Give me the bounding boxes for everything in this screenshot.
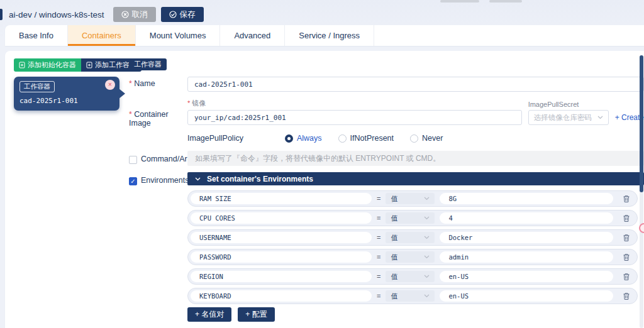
add-init-container-label: 添加初始化容器 (28, 60, 76, 70)
image-pull-secret-placeholder: 选择镜像仓库密码 (534, 113, 595, 123)
env-key-input[interactable] (191, 232, 372, 243)
top-bar: ai-dev / windows-k8s-test 取消 保存 (0, 6, 644, 23)
remove-container-icon[interactable]: × (105, 80, 115, 90)
env-value-input[interactable] (440, 232, 613, 243)
cancel-label: 取消 (132, 9, 148, 20)
env-type-value: 值 (391, 253, 424, 262)
card-pointer-arrow (119, 89, 125, 99)
chevron-down-icon (424, 275, 430, 278)
image-pull-policy-row: ImagePullPolicy AlwaysIfNotPresentNever (187, 134, 644, 143)
breadcrumb: ai-dev / windows-k8s-test (9, 10, 104, 19)
command-args-placeholder-bar[interactable]: 如果填写了『命令』字段，将替代镜像中的默认 ENTRYPOINT 或 CMD。 (187, 151, 644, 166)
chevron-down-icon (195, 177, 201, 181)
content-panel: 添加初始化容器 添加工作容器 工作容器 cad-2025r1-001 × 工作容… (5, 51, 644, 328)
environment-row: = 值 (187, 249, 638, 265)
delete-env-row-button[interactable] (618, 195, 635, 203)
radio-never[interactable]: Never (410, 134, 443, 143)
equals-sign: = (377, 292, 380, 300)
environment-row: = 值 (187, 288, 638, 304)
environment-rows: = 值 = 值 = (187, 190, 638, 304)
image-pull-secret-label: ImagePullSecret (528, 101, 609, 108)
env-key-input[interactable] (191, 290, 372, 302)
env-value-input[interactable] (440, 271, 613, 282)
delete-env-row-button[interactable] (618, 253, 635, 261)
equals-sign: = (377, 195, 380, 202)
add-config-button[interactable]: + 配置 (238, 307, 274, 322)
env-value-input[interactable] (440, 193, 613, 204)
radio-dot-icon (285, 134, 293, 143)
save-label: 保存 (180, 9, 196, 20)
env-type-select[interactable]: 值 (386, 271, 435, 282)
command-args-checkbox[interactable] (129, 156, 137, 164)
env-type-value: 值 (391, 214, 424, 223)
env-value-input[interactable] (440, 212, 613, 224)
tab-containers[interactable]: Containers (68, 25, 136, 46)
tab-mount-volumes[interactable]: Mount Volumes (136, 25, 221, 46)
vertical-scrollbar-thumb[interactable] (640, 55, 643, 192)
env-type-value: 值 (391, 292, 424, 301)
env-key-input[interactable] (191, 271, 372, 282)
env-type-value: 值 (391, 194, 424, 204)
radio-dot-icon (338, 134, 347, 143)
radio-ifnotpresent[interactable]: IfNotPresent (338, 134, 394, 143)
file-add-icon (86, 62, 92, 68)
chevron-down-icon (424, 197, 430, 200)
env-value-input[interactable] (440, 251, 613, 263)
chevron-down-icon (424, 255, 430, 259)
env-type-select[interactable]: 值 (386, 232, 435, 243)
equals-sign: = (377, 253, 380, 261)
environments-label: Environments (141, 175, 189, 328)
env-key-input[interactable] (191, 251, 372, 263)
trash-icon (623, 273, 630, 281)
cancel-circle-icon (121, 11, 129, 18)
radio-always[interactable]: Always (285, 134, 322, 143)
environments-header-title: Set container's Environments (207, 175, 313, 183)
image-input[interactable] (187, 110, 522, 125)
name-label: Name (129, 77, 187, 92)
add-init-container-button[interactable]: 添加初始化容器 (14, 58, 81, 72)
tab-advanced[interactable]: Advanced (220, 25, 285, 46)
tab-base-info[interactable]: Base Info (5, 25, 68, 46)
trash-icon (623, 292, 630, 300)
radio-label: IfNotPresent (350, 134, 394, 143)
env-key-input[interactable] (191, 212, 372, 224)
delete-env-row-button[interactable] (618, 234, 635, 242)
image-pull-policy-label: ImagePullPolicy (187, 134, 243, 143)
radio-dot-icon (410, 134, 418, 143)
image-pull-secret-select[interactable]: 选择镜像仓库密码 (528, 110, 609, 125)
worker-container-card[interactable]: 工作容器 cad-2025r1-001 × (14, 77, 119, 111)
tab-bar: Base InfoContainersMount VolumesAdvanced… (5, 25, 644, 46)
radio-label: Never (422, 134, 443, 143)
cancel-button[interactable]: 取消 (113, 7, 156, 22)
image-sublabel: 镜像 (187, 99, 522, 108)
container-type-badge: 工作容器 (129, 58, 167, 70)
chevron-down-icon (424, 236, 430, 239)
tab-service-ingress[interactable]: Service / Ingress (285, 25, 374, 46)
trash-icon (623, 214, 630, 222)
env-key-input[interactable] (191, 193, 372, 204)
trash-icon (623, 195, 630, 203)
save-button[interactable]: 保存 (161, 7, 204, 22)
chevron-down-icon (424, 216, 430, 220)
env-type-select[interactable]: 值 (386, 212, 435, 224)
env-type-select[interactable]: 值 (386, 290, 435, 302)
trash-icon (623, 253, 630, 261)
vertical-scrollbar-track[interactable] (640, 55, 643, 328)
env-value-input[interactable] (440, 290, 613, 302)
name-input[interactable] (187, 77, 644, 92)
equals-sign: = (377, 234, 380, 241)
command-args-placeholder: 如果填写了『命令』字段，将替代镜像中的默认 ENTRYPOINT 或 CMD。 (195, 153, 440, 164)
env-type-select[interactable]: 值 (386, 193, 435, 204)
env-type-value: 值 (391, 272, 424, 282)
delete-env-row-button[interactable] (618, 214, 635, 222)
top-edge-artifact (489, 0, 522, 3)
env-type-select[interactable]: 值 (386, 251, 435, 263)
delete-env-row-button[interactable] (618, 292, 635, 300)
radio-label: Always (297, 134, 322, 143)
environments-checkbox[interactable]: ✓ (129, 177, 137, 185)
add-name-value-pair-button[interactable]: + 名值对 (187, 307, 231, 322)
environments-section-header[interactable]: Set container's Environments (187, 172, 644, 185)
container-form: 工作容器 Name Container Image 镜像 ImagePullSe… (129, 51, 644, 328)
worker-container-card-badge: 工作容器 (19, 81, 55, 92)
delete-env-row-button[interactable] (618, 273, 635, 281)
